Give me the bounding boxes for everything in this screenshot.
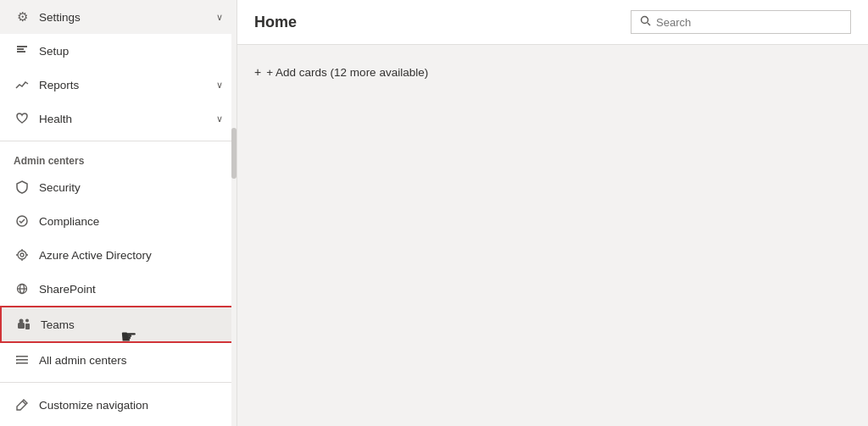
- sidebar-item-azure-ad[interactable]: Azure Active Directory: [0, 238, 236, 272]
- sidebar-item-label: Settings: [39, 11, 216, 24]
- sidebar-item-compliance[interactable]: Compliance: [0, 204, 236, 238]
- security-icon: [14, 179, 31, 196]
- svg-rect-16: [16, 356, 28, 357]
- svg-rect-21: [16, 362, 18, 364]
- svg-point-5: [20, 253, 24, 257]
- svg-rect-18: [16, 362, 28, 364]
- chevron-down-icon: ∨: [216, 113, 223, 124]
- sidebar-item-setup[interactable]: Setup: [0, 34, 236, 68]
- sidebar-item-all-admin[interactable]: All admin centers: [0, 343, 236, 377]
- admin-centers-header: Admin centers: [0, 147, 236, 170]
- sidebar-item-settings[interactable]: ⚙ Settings ∨: [0, 0, 236, 34]
- search-icon: [640, 15, 651, 29]
- svg-rect-19: [16, 356, 18, 357]
- divider: [0, 141, 236, 141]
- sidebar-item-label: Compliance: [39, 215, 223, 228]
- setup-icon: [14, 42, 31, 59]
- search-box[interactable]: [631, 10, 851, 34]
- svg-rect-17: [16, 359, 28, 361]
- svg-point-23: [642, 17, 648, 24]
- main-body: + + Add cards (12 more available): [237, 45, 868, 426]
- sidebar-item-health[interactable]: Health ∨: [0, 102, 236, 136]
- settings-icon: ⚙: [14, 8, 31, 25]
- reports-icon: [14, 76, 31, 93]
- scrollbar-thumb[interactable]: [231, 128, 236, 179]
- sidebar-item-customize[interactable]: Customize navigation: [0, 388, 236, 422]
- sidebar-item-label: Azure Active Directory: [39, 249, 223, 262]
- all-admin-icon: [14, 351, 31, 368]
- health-icon: [14, 110, 31, 127]
- plus-icon: +: [254, 65, 261, 79]
- sidebar-item-teams[interactable]: Teams ☛: [0, 306, 236, 343]
- svg-point-4: [18, 251, 26, 259]
- sidebar-item-label: Health: [39, 113, 216, 125]
- search-input[interactable]: [656, 16, 842, 29]
- svg-line-24: [648, 23, 650, 25]
- azure-ad-icon: [14, 246, 31, 263]
- divider-bottom: [0, 382, 236, 383]
- sidebar-item-label: Teams: [41, 318, 221, 331]
- sidebar-item-reports[interactable]: Reports ∨: [0, 68, 236, 102]
- svg-rect-0: [17, 46, 27, 47]
- main-content-area: Home + + Add cards (12 more available): [237, 0, 868, 426]
- sidebar-item-security[interactable]: Security: [0, 170, 236, 204]
- svg-rect-2: [17, 51, 25, 53]
- teams-icon: [15, 316, 32, 333]
- svg-rect-20: [16, 359, 18, 361]
- svg-rect-1: [17, 48, 24, 50]
- sidebar-item-label: SharePoint: [39, 283, 223, 296]
- chevron-down-icon: ∨: [216, 80, 223, 91]
- sidebar-item-label: Customize navigation: [39, 399, 223, 412]
- sharepoint-icon: [14, 280, 31, 297]
- compliance-icon: [14, 213, 31, 230]
- svg-rect-13: [18, 323, 25, 329]
- chevron-down-icon: ∨: [216, 12, 223, 23]
- svg-point-15: [25, 319, 29, 323]
- sidebar-item-label: Security: [39, 181, 223, 194]
- sidebar-item-label: Reports: [39, 79, 216, 91]
- add-cards-label: + Add cards (12 more available): [266, 66, 428, 79]
- scrollbar-track[interactable]: [231, 0, 236, 426]
- add-cards-button[interactable]: + + Add cards (12 more available): [254, 62, 428, 82]
- main-header: Home: [237, 0, 868, 45]
- sidebar: ⚙ Settings ∨ Setup Reports ∨: [0, 0, 237, 426]
- customize-icon: [14, 396, 31, 413]
- sidebar-item-sharepoint[interactable]: SharePoint: [0, 272, 236, 306]
- page-title: Home: [254, 14, 297, 31]
- sidebar-item-label: Setup: [39, 45, 223, 58]
- svg-point-14: [19, 319, 24, 324]
- sidebar-item-label: All admin centers: [39, 354, 223, 367]
